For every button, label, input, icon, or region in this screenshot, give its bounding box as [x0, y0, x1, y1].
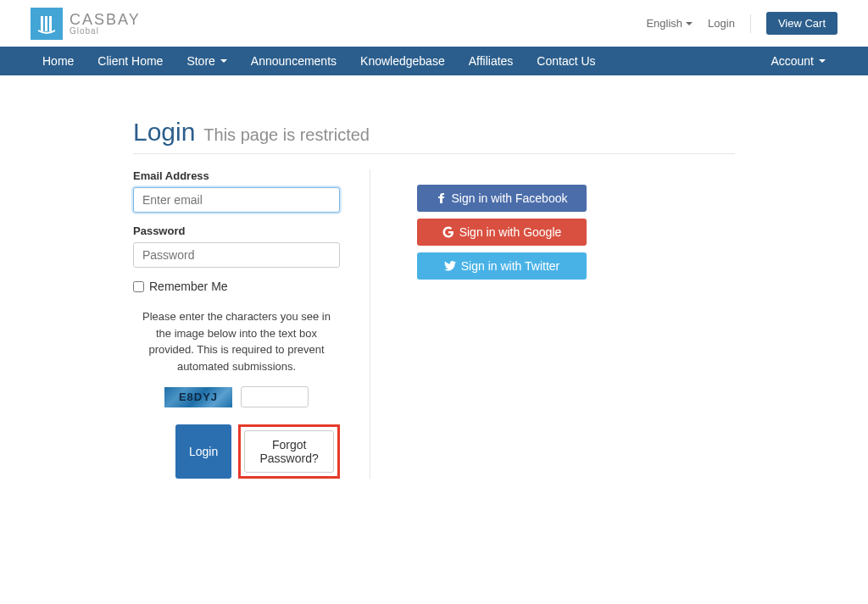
brand-name: CASBAY	[70, 12, 141, 27]
nav-knowledgebase[interactable]: Knowledgebase	[348, 47, 457, 75]
captcha-input[interactable]	[241, 386, 309, 407]
forgot-password-button[interactable]: Forgot Password?	[244, 430, 334, 473]
page-header: Login This page is restricted	[133, 118, 735, 154]
google-label: Sign in with Google	[459, 225, 562, 239]
page-subtitle: This page is restricted	[203, 125, 370, 144]
google-signin-button[interactable]: Sign in with Google	[417, 219, 587, 246]
captcha-instructions: Please enter the characters you see in t…	[133, 308, 340, 374]
view-cart-button[interactable]: View Cart	[766, 12, 837, 35]
nav-account[interactable]: Account	[759, 47, 837, 75]
twitter-label: Sign in with Twitter	[461, 259, 559, 273]
nav-announcements[interactable]: Announcements	[239, 47, 348, 75]
brand-tagline: Global	[70, 27, 141, 36]
forgot-password-highlight: Forgot Password?	[238, 424, 340, 479]
svg-rect-2	[49, 16, 52, 31]
divider	[750, 14, 751, 33]
nav-account-label: Account	[771, 54, 814, 68]
nav-store-label: Store	[186, 54, 214, 68]
brand-logo[interactable]: CASBAY Global	[31, 8, 141, 40]
nav-contact[interactable]: Contact Us	[525, 47, 607, 75]
google-icon	[442, 226, 454, 238]
login-button[interactable]: Login	[175, 424, 231, 479]
nav-store[interactable]: Store	[175, 47, 238, 75]
captcha-image: E8DYJ	[164, 387, 232, 407]
twitter-icon	[444, 261, 456, 271]
logo-icon	[31, 8, 63, 40]
page-title: Login	[133, 118, 195, 146]
login-link[interactable]: Login	[708, 17, 735, 30]
nav-affiliates[interactable]: Affiliates	[457, 47, 526, 75]
chevron-down-icon	[220, 59, 227, 63]
facebook-icon	[437, 192, 447, 204]
remember-checkbox[interactable]	[133, 281, 144, 292]
svg-rect-0	[41, 16, 43, 31]
main-nav: Home Client Home Store Announcements Kno…	[0, 47, 868, 75]
email-input[interactable]	[133, 187, 340, 213]
password-input[interactable]	[133, 242, 340, 268]
nav-client-home[interactable]: Client Home	[86, 47, 175, 75]
facebook-signin-button[interactable]: Sign in with Facebook	[417, 185, 587, 212]
chevron-down-icon	[686, 22, 693, 25]
svg-rect-1	[45, 16, 47, 31]
remember-label: Remember Me	[149, 280, 228, 293]
twitter-signin-button[interactable]: Sign in with Twitter	[417, 252, 587, 280]
nav-home[interactable]: Home	[31, 47, 86, 75]
email-label: Email Address	[133, 169, 340, 182]
language-selector[interactable]: English	[646, 17, 693, 30]
language-label: English	[646, 17, 682, 30]
password-label: Password	[133, 224, 340, 237]
facebook-label: Sign in with Facebook	[452, 191, 568, 205]
chevron-down-icon	[819, 59, 826, 63]
